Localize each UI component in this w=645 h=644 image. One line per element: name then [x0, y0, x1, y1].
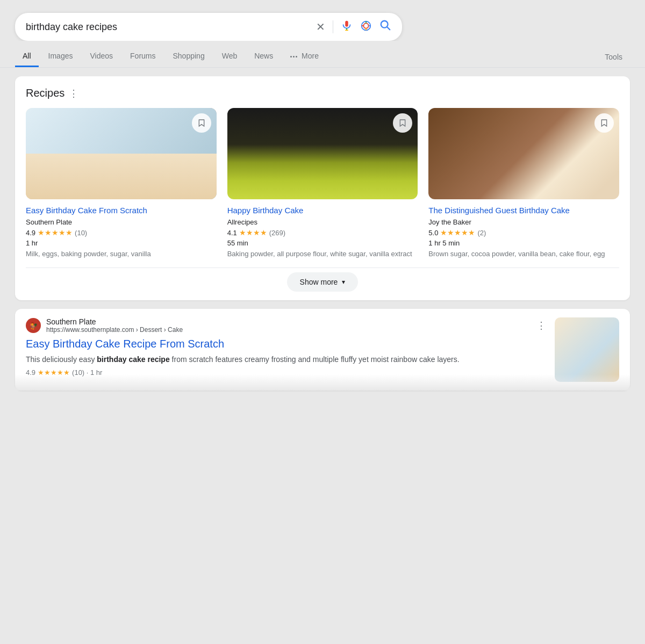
recipe-title-2[interactable]: Happy Birthday Cake: [227, 205, 418, 216]
tab-news[interactable]: News: [247, 46, 281, 67]
recipe-rating-value-1: 4.9: [26, 229, 35, 237]
tab-all[interactable]: All: [15, 46, 39, 67]
recipes-title: Recipes: [26, 87, 64, 99]
source-favicon: 🐓: [26, 318, 41, 333]
recipe-title-1[interactable]: Easy Birthday Cake From Scratch: [26, 205, 217, 216]
snippet-bold: birthday cake recipe: [97, 355, 169, 364]
tab-forums[interactable]: Forums: [123, 46, 163, 67]
tools-button[interactable]: Tools: [597, 47, 630, 67]
divider: [333, 20, 333, 33]
search-result: 🐓 Southern Plate https://www.southernpla…: [15, 309, 630, 390]
recipe-source-3: Joy the Baker: [428, 218, 619, 226]
tab-videos[interactable]: Videos: [82, 46, 120, 67]
recipe-image-1: [26, 108, 217, 199]
stars-1: ★★★★★: [38, 228, 73, 237]
rating-count-2: (269): [269, 229, 285, 237]
recipes-card: Recipes ⋮ Easy Birthday Cake From Scratc…: [15, 76, 630, 300]
result-main: 🐓 Southern Plate https://www.southernpla…: [26, 317, 546, 382]
result-meta-count: (10) · 1 hr: [72, 368, 102, 377]
tab-images[interactable]: Images: [41, 46, 81, 67]
recipe-rating-2: 4.1 ★★★★ (269): [227, 228, 418, 237]
bookmark-btn-1[interactable]: [192, 113, 211, 133]
recipe-time-3: 1 hr 5 min: [428, 239, 619, 247]
recipe-rating-value-2: 4.1: [227, 229, 237, 237]
source-info: Southern Plate https://www.southernplate…: [46, 317, 531, 334]
main-content: Recipes ⋮ Easy Birthday Cake From Scratc…: [0, 68, 645, 399]
search-query: birthday cake recipes: [26, 21, 310, 33]
recipe-card-1[interactable]: Easy Birthday Cake From Scratch Southern…: [26, 108, 217, 259]
result-thumbnail: [555, 317, 619, 382]
recipe-ingredients-1: Milk, eggs, baking powder, sugar, vanill…: [26, 249, 217, 259]
svg-point-4: [363, 23, 368, 28]
show-more-button[interactable]: Show more ▾: [287, 272, 359, 292]
rating-count-3: (2): [477, 229, 486, 237]
search-bar: birthday cake recipes ✕: [15, 13, 402, 41]
recipe-card-2[interactable]: Happy Birthday Cake Allrecipes 4.1 ★★★★ …: [227, 108, 418, 259]
stars-2: ★★★★: [239, 228, 267, 237]
result-title[interactable]: Easy Birthday Cake Recipe From Scratch: [26, 337, 546, 351]
lens-icon[interactable]: [360, 20, 372, 34]
recipes-header: Recipes ⋮: [26, 87, 619, 99]
recipe-rating-1: 4.9 ★★★★★ (10): [26, 228, 217, 237]
nav-tabs: All Images Videos Forums Shopping Web Ne…: [0, 41, 645, 68]
recipe-ingredients-2: Baking powder, all purpose flour, white …: [227, 249, 418, 259]
show-more-container: Show more ▾: [26, 267, 619, 292]
result-rating: 4.9: [26, 368, 35, 377]
result-source: 🐓 Southern Plate https://www.southernpla…: [26, 317, 546, 334]
show-more-label: Show more: [300, 278, 338, 286]
tab-shopping[interactable]: Shopping: [166, 46, 212, 67]
recipes-menu-icon[interactable]: ⋮: [69, 88, 78, 99]
chevron-down-icon: ▾: [342, 278, 345, 286]
more-dots-icon: [290, 56, 297, 57]
tab-web[interactable]: Web: [214, 46, 245, 67]
recipe-title-3[interactable]: The Distinguished Guest Birthday Cake: [428, 205, 619, 216]
tab-more[interactable]: More: [283, 46, 326, 67]
recipe-ingredients-3: Brown sugar, cocoa powder, vanilla bean,…: [428, 249, 619, 259]
search-area: birthday cake recipes ✕: [0, 0, 645, 41]
search-icon-group: ✕: [316, 19, 391, 34]
snippet-end: from scratch features creamy frosting an…: [170, 355, 460, 364]
favicon-icon: 🐓: [29, 322, 38, 330]
recipes-grid: Easy Birthday Cake From Scratch Southern…: [26, 108, 619, 259]
recipe-card-3[interactable]: The Distinguished Guest Birthday Cake Jo…: [428, 108, 619, 259]
bookmark-btn-3[interactable]: [594, 113, 614, 133]
recipe-image-2: [227, 108, 418, 199]
recipe-time-2: 55 min: [227, 239, 418, 247]
microphone-icon[interactable]: [341, 20, 353, 34]
source-name: Southern Plate: [46, 317, 531, 326]
search-submit-icon[interactable]: [379, 19, 391, 34]
recipe-image-3: [428, 108, 619, 199]
recipe-source-2: Allrecipes: [227, 218, 418, 226]
svg-rect-0: [345, 20, 348, 26]
svg-line-10: [387, 27, 390, 30]
recipe-rating-value-3: 5.0: [428, 229, 438, 237]
clear-icon[interactable]: ✕: [316, 20, 325, 33]
rating-count-1: (10): [75, 229, 87, 237]
recipe-time-1: 1 hr: [26, 239, 217, 247]
recipe-rating-3: 5.0 ★★★★★ (2): [428, 228, 619, 237]
recipe-source-1: Southern Plate: [26, 218, 217, 226]
result-snippet: This deliciously easy birthday cake reci…: [26, 354, 546, 365]
source-url: https://www.southernplate.com › Dessert …: [46, 326, 531, 334]
snippet-start: This deliciously easy: [26, 355, 97, 364]
result-menu-icon[interactable]: ⋮: [536, 320, 546, 331]
result-meta: 4.9 ★★★★★ (10) · 1 hr: [26, 368, 546, 377]
stars-3: ★★★★★: [440, 228, 475, 237]
result-stars: ★★★★★: [38, 368, 70, 377]
